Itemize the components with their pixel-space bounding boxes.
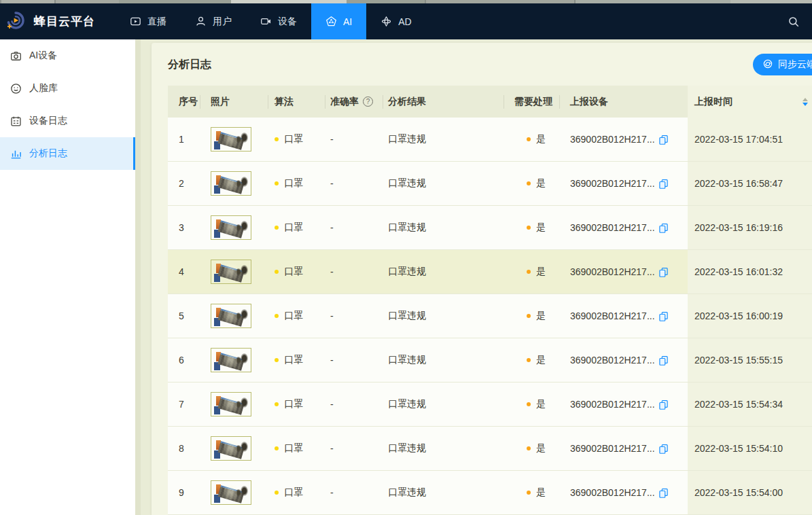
cell-result: 口罩违规 [383,250,504,294]
algorithm-label: 口罩 [284,398,303,410]
cell-photo [200,338,268,382]
sidebar-item-人脸库[interactable]: 人脸库 [0,72,135,105]
cell-result: 口罩违规 [383,383,504,426]
cell-accuracy: - [325,427,383,470]
cell-need-handle: 是 [504,118,559,161]
nav-item-用户[interactable]: 用户 [181,3,246,39]
photo-thumbnail[interactable] [211,436,251,461]
copy-icon[interactable] [658,488,669,498]
device-log-icon [10,116,22,127]
copy-icon[interactable] [658,311,669,321]
cell-index: 8 [168,427,200,470]
algorithm-status-dot [275,226,279,230]
algorithm-label: 口罩 [284,310,303,322]
analysis-result: 口罩违规 [388,354,426,366]
copy-icon[interactable] [658,135,669,145]
cell-photo [200,206,268,249]
cell-accuracy: - [325,471,383,514]
report-time: 2022-03-15 15:54:10 [694,443,783,454]
search-icon[interactable] [788,3,812,39]
table-body: 1口罩-口罩违规是369002B012H217...2022-03-15 17:… [168,118,812,515]
app-logo-icon [5,10,26,33]
page-title: 分析日志 [168,57,812,72]
cell-need-handle: 是 [504,162,559,205]
sort-icons[interactable] [802,98,808,106]
cell-accuracy: - [325,118,383,161]
need-handle-value: 是 [536,266,546,278]
algorithm-label: 口罩 [284,133,303,145]
copy-icon[interactable] [658,267,669,277]
sidebar-item-设备日志[interactable]: 设备日志 [0,105,135,137]
need-handle-status-dot [527,137,531,141]
cell-need-handle: 是 [504,206,559,249]
algorithm-label: 口罩 [284,354,303,366]
cell-algorithm: 口罩 [268,427,325,470]
copy-icon[interactable] [658,223,669,233]
cloud-sync-icon [762,58,773,71]
cell-report-time: 2022-03-15 16:19:16 [688,206,812,249]
copy-icon[interactable] [658,179,669,189]
algorithm-label: 口罩 [284,442,303,455]
nav-item-AD[interactable]: AD [366,3,425,39]
report-time: 2022-03-15 16:01:32 [694,266,783,277]
column-header-report-time[interactable]: 上报时间 [688,86,812,118]
nav-item-直播[interactable]: 直播 [116,3,181,39]
sidebar-item-label: 设备日志 [29,115,67,127]
need-handle-status-dot [527,491,531,495]
copy-icon[interactable] [658,399,669,410]
device-icon [260,16,272,27]
cell-device: 369002B012H217... [559,338,688,382]
table-row: 5口罩-口罩违规是369002B012H217...2022-03-15 16:… [168,294,812,338]
sidebar-item-AI设备[interactable]: AI设备 [0,39,135,72]
scrollbar-track[interactable] [135,39,141,515]
row-index: 3 [179,222,184,233]
ad-icon [381,16,392,27]
cell-photo [200,427,268,470]
photo-thumbnail[interactable] [211,348,251,372]
accuracy-value: - [330,399,334,410]
column-header-accuracy: 准确率 ? [325,86,383,118]
cell-device: 369002B012H217... [559,250,688,294]
need-handle-status-dot [527,270,531,274]
nav-item-label: 设备 [278,16,297,28]
photo-thumbnail[interactable] [211,127,251,152]
photo-thumbnail[interactable] [211,171,251,196]
cell-need-handle: 是 [504,250,559,294]
cell-index: 3 [168,206,200,249]
nav-item-AI[interactable]: AI [311,3,366,39]
sidebar-item-分析日志[interactable]: 分析日志 [0,137,135,170]
device-id: 369002B012H217... [570,222,655,233]
photo-thumbnail[interactable] [211,480,251,505]
photo-thumbnail[interactable] [211,392,251,416]
cell-index: 1 [168,118,200,161]
row-index: 7 [179,399,184,410]
question-circle-icon[interactable]: ? [363,96,373,107]
cell-report-time: 2022-03-15 15:54:34 [688,383,812,426]
table-row: 6口罩-口罩违规是369002B012H217...2022-03-15 15:… [168,338,812,383]
sync-cloud-button[interactable]: 同步云端 [753,54,812,75]
report-time: 2022-03-15 16:00:19 [694,310,783,321]
chart-icon [10,148,22,160]
analysis-result: 口罩违规 [388,266,426,278]
sidebar-item-label: 人脸库 [29,82,58,94]
copy-icon[interactable] [658,444,669,454]
need-handle-value: 是 [536,442,546,455]
cell-algorithm: 口罩 [268,338,325,382]
report-time: 2022-03-15 16:58:47 [694,178,783,189]
photo-thumbnail[interactable] [211,304,251,328]
nav-item-label: 直播 [147,16,166,28]
analysis-result: 口罩违规 [388,310,426,322]
nav-menu: 直播用户设备AIAD [116,3,426,39]
nav-item-设备[interactable]: 设备 [246,3,311,39]
photo-thumbnail[interactable] [211,215,251,240]
cell-photo [200,162,268,205]
cell-algorithm: 口罩 [268,383,325,426]
copy-icon[interactable] [658,355,669,366]
cell-device: 369002B012H217... [559,427,688,470]
report-time: 2022-03-15 16:19:16 [694,222,783,233]
cell-algorithm: 口罩 [268,206,325,249]
accuracy-value: - [330,443,334,454]
user-icon [195,16,207,27]
photo-thumbnail[interactable] [211,260,251,284]
table-row: 2口罩-口罩违规是369002B012H217...2022-03-15 16:… [168,162,812,206]
